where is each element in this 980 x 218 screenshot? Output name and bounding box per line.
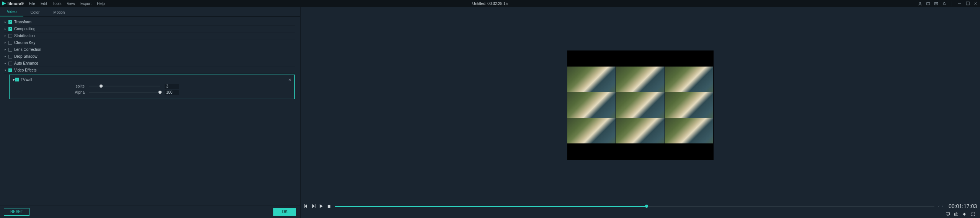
param-value-input[interactable] bbox=[165, 84, 179, 89]
param-row: splite bbox=[13, 83, 291, 89]
titlebar: filmora9 File Edit Tools View Export Hel… bbox=[0, 0, 980, 7]
tab-video[interactable]: Video bbox=[0, 7, 23, 16]
section-autoenhance[interactable]: ▸Auto Enhance bbox=[4, 60, 295, 67]
section-label: Lens Correction bbox=[14, 47, 41, 52]
section-checkbox[interactable]: ✓ bbox=[8, 68, 12, 72]
section-checkbox[interactable]: ✓ bbox=[8, 20, 12, 24]
svg-marker-7 bbox=[305, 204, 307, 208]
param-slider[interactable] bbox=[89, 83, 160, 89]
svg-marker-9 bbox=[312, 204, 315, 208]
param-value-input[interactable] bbox=[165, 90, 179, 95]
chevron-right-icon: ▸ bbox=[5, 20, 8, 24]
svg-rect-13 bbox=[946, 213, 950, 215]
section-label: Transform bbox=[14, 20, 31, 24]
section-label: Chroma Key bbox=[14, 41, 36, 45]
close-icon[interactable]: ✕ bbox=[288, 78, 291, 82]
preview-panel: ‹ › 00:01:17:03 bbox=[301, 7, 980, 218]
section-checkbox[interactable] bbox=[8, 62, 12, 65]
step-back-icon[interactable] bbox=[304, 204, 308, 208]
gallery-icon[interactable] bbox=[926, 2, 930, 6]
section-label: Stabilization bbox=[14, 34, 35, 38]
section-transform[interactable]: ▸✓Transform bbox=[4, 19, 295, 26]
chevron-right-icon: ▸ bbox=[5, 27, 8, 31]
play-icon[interactable] bbox=[319, 204, 323, 208]
account-icon[interactable] bbox=[918, 2, 922, 6]
main-menu: File Edit Tools View Export Help bbox=[29, 2, 105, 6]
svg-rect-12 bbox=[327, 205, 330, 207]
menu-view[interactable]: View bbox=[67, 2, 75, 6]
menu-edit[interactable]: Edit bbox=[41, 2, 47, 6]
section-dropshadow[interactable]: ▸Drop Shadow bbox=[4, 53, 295, 60]
section-label: Video Effects bbox=[14, 68, 37, 72]
snapshot-icon[interactable] bbox=[954, 212, 959, 216]
svg-point-0 bbox=[920, 2, 921, 3]
param-label: splite bbox=[13, 84, 89, 88]
notification-icon[interactable] bbox=[942, 2, 946, 6]
ok-button[interactable]: OK bbox=[273, 208, 296, 216]
section-checkbox[interactable] bbox=[8, 55, 12, 59]
section-checkbox[interactable] bbox=[8, 41, 12, 45]
reset-button[interactable]: RESET bbox=[4, 208, 29, 216]
section-compositing[interactable]: ▸✓Compositing bbox=[4, 26, 295, 33]
chevron-right-icon: ▸ bbox=[5, 48, 8, 51]
svg-marker-11 bbox=[320, 204, 323, 208]
tab-motion[interactable]: Motion bbox=[46, 8, 72, 16]
menu-help[interactable]: Help bbox=[97, 2, 105, 6]
menu-export[interactable]: Export bbox=[80, 2, 91, 6]
param-row: Alpha bbox=[13, 89, 291, 95]
param-label: Alpha bbox=[13, 90, 89, 94]
preview-frame bbox=[567, 50, 714, 160]
volume-icon[interactable] bbox=[962, 212, 967, 216]
chevron-right-icon: ▸ bbox=[5, 55, 8, 58]
section-checkbox[interactable]: ✓ bbox=[8, 27, 12, 31]
preview-stage bbox=[301, 7, 980, 203]
window-minimize-icon[interactable] bbox=[957, 2, 962, 6]
properties-panel: Video Color Motion ▸✓Transform▸✓Composit… bbox=[0, 7, 301, 218]
svg-marker-17 bbox=[963, 213, 965, 216]
step-forward-icon[interactable] bbox=[311, 204, 316, 208]
chevron-right-icon: ▸ bbox=[5, 34, 8, 37]
section-chromakey[interactable]: ▸Chroma Key bbox=[4, 39, 295, 46]
section-lenscorrection[interactable]: ▸Lens Correction bbox=[4, 46, 295, 53]
display-icon[interactable] bbox=[946, 212, 950, 216]
panel-tabs: Video Color Motion bbox=[0, 7, 300, 17]
section-checkbox[interactable] bbox=[8, 48, 12, 52]
menu-tools[interactable]: Tools bbox=[52, 2, 61, 6]
tab-color[interactable]: Color bbox=[23, 8, 46, 16]
preview-timecode: 00:01:17:03 bbox=[949, 203, 977, 209]
chevron-right-icon: ▸ bbox=[5, 62, 8, 65]
chevron-down-icon: ▾ bbox=[5, 68, 8, 72]
menu-file[interactable]: File bbox=[29, 2, 35, 6]
scrub-bar[interactable] bbox=[335, 206, 934, 207]
prev-frame-icon[interactable]: ‹ bbox=[938, 204, 940, 208]
svg-point-16 bbox=[956, 214, 957, 215]
section-label: Drop Shadow bbox=[14, 54, 38, 59]
param-slider[interactable] bbox=[89, 89, 160, 95]
section-label: Compositing bbox=[14, 27, 36, 31]
svg-rect-4 bbox=[966, 2, 969, 5]
next-frame-icon[interactable]: › bbox=[942, 204, 943, 208]
section-videoeffects[interactable]: ▾✓Video Effects bbox=[4, 67, 295, 74]
fullscreen-icon[interactable] bbox=[971, 212, 975, 216]
effect-name: TVwall bbox=[21, 78, 32, 82]
playback-controls: ‹ › 00:01:17:03 bbox=[301, 203, 980, 212]
tvwall-effect-preview bbox=[567, 67, 714, 143]
window-close-icon[interactable] bbox=[973, 2, 978, 6]
app-logo: filmora9 bbox=[2, 1, 24, 6]
section-checkbox[interactable] bbox=[8, 34, 12, 38]
app-name: filmora9 bbox=[7, 1, 24, 6]
svg-rect-1 bbox=[926, 2, 929, 5]
chevron-right-icon: ▸ bbox=[5, 41, 8, 44]
svg-rect-15 bbox=[955, 213, 958, 216]
svg-rect-10 bbox=[315, 204, 316, 208]
window-maximize-icon[interactable] bbox=[965, 2, 970, 6]
section-stabilization[interactable]: ▸Stabilization bbox=[4, 33, 295, 39]
effect-checkbox[interactable]: ✓ bbox=[15, 78, 19, 81]
mail-icon[interactable] bbox=[934, 2, 938, 6]
stop-icon[interactable] bbox=[327, 204, 331, 208]
document-title: Untitled: 00:02:28:15 bbox=[472, 2, 508, 6]
effect-box-tvwall: ▾✓TVwall✕spliteAlpha bbox=[9, 75, 295, 99]
svg-rect-8 bbox=[304, 204, 305, 208]
section-label: Auto Enhance bbox=[14, 61, 38, 65]
